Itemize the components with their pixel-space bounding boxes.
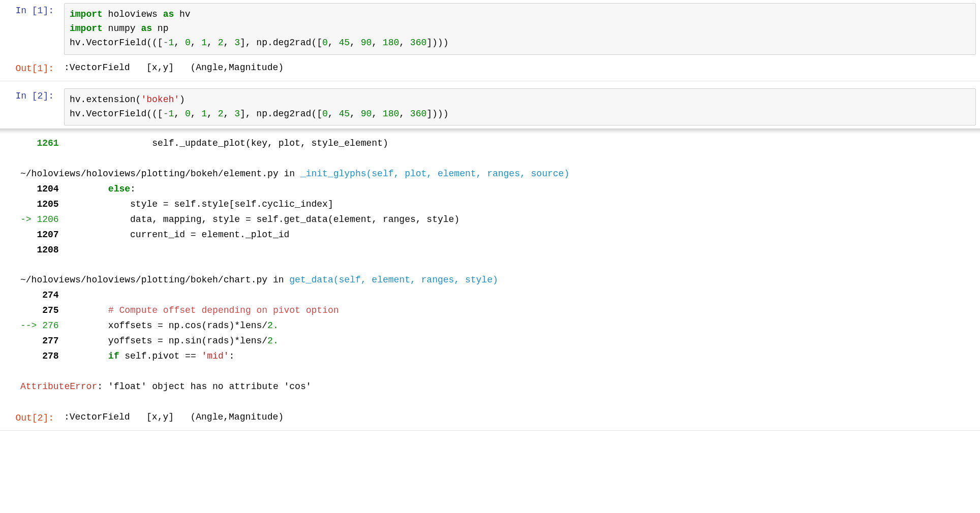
- cell-2-output: Out[2]: :VectorField [x,y] (Angle,Magnit…: [0, 398, 980, 428]
- traceback-error: AttributeError: 'float' object has no at…: [20, 379, 980, 394]
- code-2[interactable]: hv.extension('bokeh') hv.VectorField(([-…: [70, 93, 970, 121]
- traceback-frame1-line: 1205 style = self.style[self.cyclic_inde…: [20, 197, 980, 212]
- traceback-frame1-header: ~/holoviews/holoviews/plotting/bokeh/ele…: [20, 166, 980, 181]
- cell-2-traceback: 1261 self._update_plot(key, plot, style_…: [0, 134, 980, 398]
- traceback-frame1-line: 1204 else:: [20, 181, 980, 197]
- code-1[interactable]: import holoviews as hv import numpy as n…: [70, 8, 970, 50]
- traceback-frame2-line: 275 # Compute offset depending on pivot …: [20, 303, 980, 318]
- cell-1-input: In [1]: import holoviews as hv import nu…: [0, 0, 980, 58]
- traceback-text: [20, 258, 980, 273]
- code-input-2[interactable]: hv.extension('bokeh') hv.VectorField(([-…: [64, 88, 976, 126]
- in-prompt-1: In [1]:: [0, 0, 60, 21]
- traceback-text: [20, 364, 980, 379]
- traceback-frame2-line: 278 if self.pivot == 'mid':: [20, 348, 980, 364]
- cell-2-input: In [2]: hv.extension('bokeh') hv.VectorF…: [0, 85, 980, 129]
- traceback-frame2-line: 277 yoffsets = np.sin(rads)*lens/2.: [20, 333, 980, 348]
- notebook: In [1]: import holoviews as hv import nu…: [0, 0, 980, 431]
- cell-1-output: Out[1]: :VectorField [x,y] (Angle,Magnit…: [0, 58, 980, 79]
- output-text-1: :VectorField [x,y] (Angle,Magnitude): [64, 61, 976, 75]
- code-input-1[interactable]: import holoviews as hv import numpy as n…: [64, 3, 976, 55]
- traceback-frame2-line: --> 276 xoffsets = np.cos(rads)*lens/2.: [20, 318, 980, 333]
- cell-divider: [0, 81, 980, 81]
- traceback-frame2-line: 274: [20, 287, 980, 303]
- traceback-frame1-line: 1208: [20, 242, 980, 258]
- scroll-shadow: [0, 129, 980, 134]
- in-prompt-2: In [2]:: [0, 85, 60, 106]
- traceback-frame2-header: ~/holoviews/holoviews/plotting/bokeh/cha…: [20, 272, 980, 287]
- traceback-text: [20, 151, 980, 166]
- traceback-frame1-line: 1207 current_id = element._plot_id: [20, 227, 980, 242]
- out-prompt-1: Out[1]:: [0, 58, 60, 79]
- out-prompt-2: Out[2]:: [0, 407, 60, 428]
- output-text-2: :VectorField [x,y] (Angle,Magnitude): [64, 410, 976, 425]
- cell-divider: [0, 430, 980, 431]
- traceback-frame1-line: -> 1206 data, mapping, style = self.get_…: [20, 212, 980, 227]
- traceback-cutoff: 1261 self._update_plot(key, plot, style_…: [20, 136, 980, 151]
